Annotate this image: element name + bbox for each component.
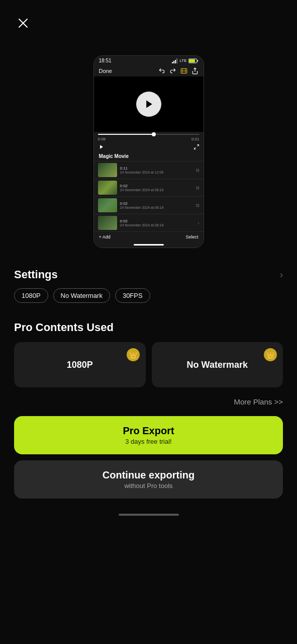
photo-icon: ⊡ <box>196 186 200 190</box>
svg-rect-3 <box>173 61 174 63</box>
list-thumbnail <box>98 163 117 177</box>
photo-icon: ⊡ <box>196 203 200 208</box>
list-item-duration: 0:02 <box>120 184 193 188</box>
progress-thumb <box>152 132 156 136</box>
svg-rect-8 <box>189 59 195 62</box>
bottom-home-bar <box>119 514 179 516</box>
add-button[interactable]: + Add <box>99 234 111 239</box>
chevron-right-icon: › <box>197 220 199 226</box>
play-icon <box>144 99 154 109</box>
thumbnail-image <box>98 198 117 212</box>
list-item-date: 24 November 2024 at 08:18 <box>120 223 195 227</box>
magic-movie-label: Magic Movie <box>99 153 129 159</box>
list-item-duration: 0:02 <box>120 201 193 206</box>
thumbnail-image <box>98 163 117 177</box>
redo-icon[interactable] <box>169 67 176 74</box>
list-item[interactable]: 0:02 24 November 2024 at 08:18 ⊡ <box>94 179 204 196</box>
list-item-date: 24 November 2024 at 08:18 <box>120 206 193 209</box>
progress-fill <box>98 134 154 135</box>
list-item-info: 0:11 24 November 2024 at 12:06 <box>120 166 193 174</box>
progress-start: 0:08 <box>98 137 106 141</box>
list-item-info: 0:02 24 November 2024 at 08:18 <box>120 201 193 209</box>
settings-chevron-icon[interactable]: › <box>280 270 283 280</box>
tag-30fps[interactable]: 30FPS <box>115 288 150 303</box>
play-button-overlay[interactable] <box>136 92 161 117</box>
home-bar <box>134 244 164 246</box>
video-preview-area <box>94 76 204 132</box>
svg-rect-2 <box>172 62 173 63</box>
svg-rect-4 <box>175 60 176 63</box>
more-plans-link[interactable]: More Plans >> <box>234 397 283 406</box>
status-icons: LTE <box>172 58 198 63</box>
list-item-date: 24 November 2024 at 12:06 <box>120 171 193 174</box>
pro-cards: 👑 1080P 👑 No Watermark <box>14 342 283 387</box>
pro-card-1080p[interactable]: 👑 1080P <box>14 342 146 387</box>
list-item[interactable]: 0:11 24 November 2024 at 12:06 ⊡ <box>94 161 204 179</box>
list-thumbnail <box>98 216 117 230</box>
pro-export-button[interactable]: Pro Export 3 days free trial! <box>14 416 283 454</box>
list-item[interactable]: 0:02 24 November 2024 at 08:18 ⊡ <box>94 196 204 214</box>
playback-controls <box>94 142 204 151</box>
list-thumbnail <box>98 181 117 195</box>
photo-icon: ⊡ <box>196 168 200 173</box>
toolbar-icons <box>158 67 199 74</box>
list-item[interactable]: 0:02 24 November 2024 at 08:18 › <box>94 214 204 231</box>
continue-export-title: Continue exporting <box>23 469 274 481</box>
thumbnail-image <box>98 181 117 195</box>
progress-bar-container: 0:08 0:21 <box>94 132 204 142</box>
phone-toolbar: Done <box>94 65 204 76</box>
more-plans-row: More Plans >> <box>14 397 283 406</box>
select-button[interactable]: Select <box>185 234 198 239</box>
continue-export-button[interactable]: Continue exporting without Pro tools <box>14 460 283 499</box>
undo-icon[interactable] <box>158 67 165 74</box>
list-item-info: 0:02 24 November 2024 at 08:18 <box>120 219 195 227</box>
share-icon[interactable] <box>191 67 199 74</box>
pro-card-1080p-label: 1080P <box>67 360 93 370</box>
phone-home-indicator <box>94 242 204 248</box>
list-thumbnail <box>98 198 117 212</box>
crown-badge-watermark: 👑 <box>264 348 277 361</box>
magic-movie-header: Magic Movie <box>94 151 204 161</box>
svg-line-14 <box>197 145 199 147</box>
pro-card-watermark-label: No Watermark <box>187 360 248 370</box>
bottom-home-indicator <box>14 509 283 524</box>
list-item-duration: 0:02 <box>120 219 195 223</box>
fullscreen-icon[interactable] <box>193 144 200 150</box>
continue-export-subtitle: without Pro tools <box>23 482 274 490</box>
phone-status-bar: 18:51 LTE <box>94 56 204 65</box>
film-icon[interactable] <box>180 67 187 74</box>
list-item-date: 24 November 2024 at 08:18 <box>120 188 193 192</box>
settings-tags: 1080P No Watermark 30FPS <box>14 288 283 303</box>
pro-export-subtitle: 3 days free trial! <box>23 438 274 445</box>
media-list: 0:11 24 November 2024 at 12:06 ⊡ 0:02 24… <box>94 161 204 231</box>
phone-preview: 18:51 LTE Done <box>0 0 297 258</box>
status-time: 18:51 <box>99 58 112 63</box>
svg-rect-7 <box>197 60 198 61</box>
pro-card-no-watermark[interactable]: 👑 No Watermark <box>152 342 283 387</box>
thumbnail-image <box>98 216 117 230</box>
pro-export-title: Pro Export <box>23 425 274 437</box>
list-item-info: 0:02 24 November 2024 at 08:18 <box>120 184 193 192</box>
progress-track[interactable] <box>98 134 200 135</box>
progress-times: 0:08 0:21 <box>98 137 200 141</box>
phone-bottom-bar: + Add Select <box>94 231 204 242</box>
main-content: Settings › 1080P No Watermark 30FPS Pro … <box>0 258 297 534</box>
battery-icon <box>188 58 199 63</box>
crown-badge-1080p: 👑 <box>127 348 140 361</box>
settings-row: Settings › <box>14 268 283 281</box>
svg-line-15 <box>194 147 196 149</box>
lte-label: LTE <box>179 58 186 63</box>
settings-title: Settings <box>14 268 58 281</box>
tag-1080p[interactable]: 1080P <box>14 288 48 303</box>
tag-no-watermark[interactable]: No Watermark <box>53 288 110 303</box>
play-small-button[interactable] <box>98 143 105 150</box>
done-label[interactable]: Done <box>99 68 112 74</box>
progress-end: 0:21 <box>191 137 200 141</box>
pro-contents-title: Pro Contents Used <box>14 321 283 334</box>
play-small-icon <box>99 144 104 149</box>
phone-frame: 18:51 LTE Done <box>93 55 204 248</box>
close-button[interactable] <box>14 14 32 32</box>
signal-icon <box>172 58 178 63</box>
list-item-duration: 0:11 <box>120 166 193 171</box>
svg-rect-5 <box>176 58 177 63</box>
